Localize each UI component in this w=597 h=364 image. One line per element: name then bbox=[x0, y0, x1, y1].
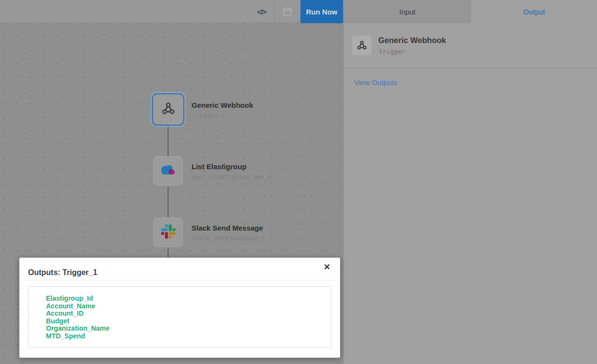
outputs-modal: Outputs: Trigger_1 ✕ Elastigroup_Id Acco… bbox=[19, 258, 340, 358]
output-item[interactable]: Organization_Name bbox=[46, 325, 109, 333]
panel-node-title: Generic Webhook bbox=[378, 36, 446, 45]
view-outputs-link[interactable]: View Outputs bbox=[354, 78, 397, 87]
schedule-calendar-icon[interactable] bbox=[274, 0, 300, 23]
output-item[interactable]: MTD_Spend bbox=[46, 333, 109, 340]
node-generic-webhook[interactable] bbox=[152, 93, 184, 126]
toolbar-divider bbox=[249, 88, 249, 112]
run-now-button[interactable]: Run Now bbox=[300, 0, 343, 23]
node-title: Slack Send Message bbox=[192, 224, 263, 232]
node-list-elastigroup[interactable] bbox=[153, 156, 183, 186]
webhook-icon bbox=[352, 36, 372, 55]
tab-output[interactable]: Output bbox=[471, 0, 597, 23]
panel-divider bbox=[343, 68, 597, 69]
inspector-panel: Input Output Generic Webhook trigger Vie… bbox=[343, 0, 597, 364]
modal-title: Outputs: Trigger_1 bbox=[28, 268, 97, 277]
modal-header-divider bbox=[19, 280, 340, 280]
node-id: spot_elastigroup_aws_1 bbox=[192, 173, 272, 180]
node-slack-send-message[interactable] bbox=[153, 218, 183, 247]
output-item[interactable]: Elastigroup_Id bbox=[46, 295, 109, 303]
connector-line bbox=[167, 187, 169, 218]
webhook-icon bbox=[161, 101, 176, 118]
outputs-box: Elastigroup_Id Account_Name Account_ID B… bbox=[28, 286, 331, 348]
output-item[interactable]: Account_Name bbox=[46, 303, 109, 310]
spot-icon bbox=[160, 163, 177, 178]
code-view-icon[interactable]: </> bbox=[249, 0, 275, 23]
output-item[interactable]: Account_ID bbox=[46, 310, 109, 318]
outputs-list: Elastigroup_Id Account_Name Account_ID B… bbox=[46, 295, 109, 340]
node-id: slack_send_message_1 bbox=[192, 234, 265, 242]
node-title: List Elastigroup bbox=[192, 162, 246, 171]
panel-node-type: trigger bbox=[379, 48, 405, 55]
tab-input[interactable]: Input bbox=[343, 0, 471, 23]
toolbar: </> Run Now bbox=[0, 0, 343, 23]
node-id: trigger_1 bbox=[192, 112, 224, 119]
workflow-editor: Generic Webhook trigger_1 List Elastigro… bbox=[0, 0, 597, 364]
close-icon[interactable]: ✕ bbox=[324, 263, 330, 271]
slack-icon bbox=[161, 224, 176, 241]
node-title: Generic Webhook bbox=[192, 101, 253, 109]
output-item[interactable]: Budget bbox=[46, 318, 109, 325]
connector-line bbox=[167, 125, 169, 157]
